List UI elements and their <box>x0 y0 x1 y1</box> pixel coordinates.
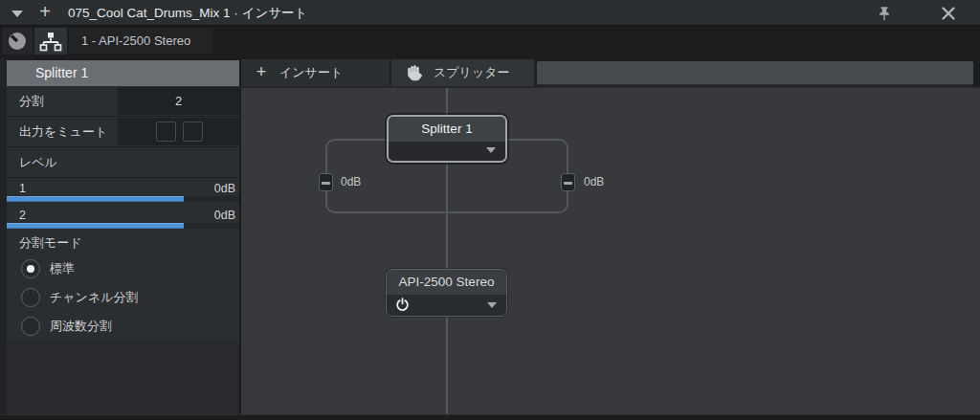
plugin-tab[interactable]: 1 - API-2500 Stereo <box>69 28 212 54</box>
plugin-node-body <box>387 295 506 316</box>
tab-splitter-label: スプリッター <box>434 59 510 86</box>
slider-2-value: 0dB <box>144 206 235 223</box>
plugin-node-caret-icon[interactable] <box>487 302 497 308</box>
hand-pan-icon <box>406 64 423 81</box>
slider-1-value: 0dB <box>144 179 235 196</box>
header-gutter <box>0 59 7 86</box>
level-label: レベル <box>19 147 57 177</box>
close-icon <box>941 6 956 21</box>
split-mode-channel-radio[interactable]: チャンネル分割 <box>7 283 239 312</box>
pin-button[interactable] <box>877 6 892 21</box>
plugin-bypass-button[interactable] <box>395 298 411 313</box>
tab-insert[interactable]: + インサート <box>239 59 390 86</box>
mute-label: 出力をミュート <box>19 117 107 146</box>
slider-1-label: 1 <box>19 179 26 196</box>
knob-view-button[interactable] <box>2 28 33 55</box>
close-button[interactable] <box>941 6 956 21</box>
splitter-node-caret-icon[interactable] <box>486 147 496 153</box>
split-mode-frequency-radio[interactable]: 周波数分割 <box>7 312 239 341</box>
split-mode-label: 分割モード <box>19 232 82 254</box>
routing-view-button[interactable] <box>34 28 67 55</box>
window-title: 075_Cool Cat_Drums_Mix 1 · インサート <box>68 0 307 26</box>
fader-handle-icon <box>322 182 330 185</box>
splitter-node-body <box>389 142 505 161</box>
level-slider-2[interactable] <box>7 223 239 229</box>
dropdown-caret-icon[interactable] <box>11 11 23 17</box>
tab-splitter[interactable]: スプリッター <box>391 59 534 86</box>
window-bottom-edge <box>0 414 980 420</box>
sidebar-gutter <box>0 86 7 414</box>
slider-2-label: 2 <box>19 206 26 223</box>
plugin-node-title: API-2500 Stereo <box>387 270 506 295</box>
mute-output-2-checkbox[interactable] <box>183 122 203 142</box>
knob-icon <box>8 32 27 51</box>
mute-well <box>118 118 239 145</box>
level-slider-1[interactable] <box>7 196 239 202</box>
plus-icon: + <box>253 59 270 86</box>
branch-gain-handle-right[interactable] <box>561 173 575 191</box>
pin-icon <box>877 6 892 21</box>
split-count-field[interactable]: 2 <box>118 87 239 115</box>
fader-handle-icon <box>564 182 572 185</box>
row-separator <box>7 177 239 178</box>
radio-unselected-icon <box>21 317 40 336</box>
split-label: 分割 <box>19 86 44 116</box>
sidebar-empty-area <box>7 341 239 414</box>
branch-gain-handle-left[interactable] <box>319 173 333 191</box>
level-slider-1-fill <box>7 196 184 202</box>
header-filler <box>537 61 973 85</box>
radio-label: 標準 <box>50 254 75 283</box>
selected-node-header: Splitter 1 <box>7 60 239 86</box>
left-branch-gain-label: 0dB <box>341 174 361 189</box>
routing-canvas[interactable] <box>241 88 980 414</box>
split-count-value[interactable]: 2 <box>118 87 239 115</box>
routing-icon <box>39 32 62 52</box>
tab-insert-label: インサート <box>279 59 343 86</box>
power-icon <box>395 298 410 312</box>
splitter-node[interactable]: Splitter 1 <box>387 115 507 163</box>
radio-selected-icon <box>21 259 40 278</box>
splitter-editor-window: + 075_Cool Cat_Drums_Mix 1 · インサート 1 - A… <box>0 0 980 420</box>
radio-label: チャンネル分割 <box>50 283 139 312</box>
radio-label: 周波数分割 <box>50 312 112 341</box>
radio-unselected-icon <box>21 288 40 307</box>
add-insert-button[interactable]: + <box>34 0 56 25</box>
split-mode-standard-radio[interactable]: 標準 <box>7 254 239 283</box>
right-branch-gain-label: 0dB <box>584 174 604 189</box>
splitter-node-title: Splitter 1 <box>389 117 505 142</box>
mute-output-1-checkbox[interactable] <box>156 122 176 142</box>
plugin-node[interactable]: API-2500 Stereo <box>386 269 507 317</box>
level-slider-2-fill <box>7 223 184 229</box>
